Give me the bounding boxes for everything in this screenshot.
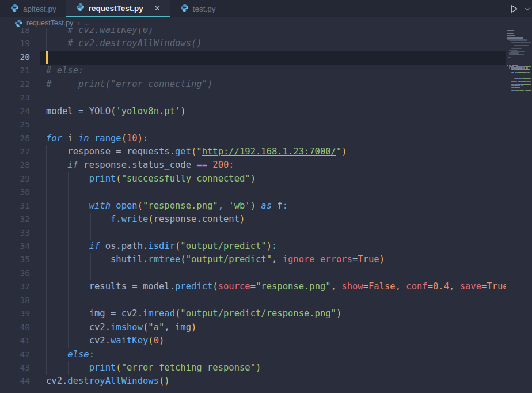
minimap-line [515, 69, 523, 70]
run-button[interactable] [509, 4, 519, 14]
code-text: print("error fetching response") [46, 361, 261, 375]
minimap-line [518, 59, 526, 60]
code-line[interactable]: 39 img = cv2.imread("output/predict/resp… [0, 307, 532, 320]
indent-guide [68, 294, 69, 307]
line-number: 23 [0, 91, 30, 104]
minimap-line [511, 44, 526, 45]
minimap-line [524, 66, 531, 67]
tab-requesttest[interactable]: requestTest.py ✕ [66, 0, 170, 17]
code-line[interactable]: 24model = YOLO('yolov8n.pt') [0, 105, 532, 118]
code-line[interactable]: 40 cv2.imshow("a", img) [0, 321, 532, 334]
minimap-line [511, 81, 515, 82]
minimap-line [511, 89, 512, 90]
code-line[interactable]: 34 if os.path.isdir("output/predict"): [0, 240, 532, 253]
indent-guide [90, 226, 91, 240]
minimap-line [508, 57, 511, 58]
minimap-line [530, 90, 531, 91]
minimap-line [522, 62, 522, 63]
code-line[interactable]: 25 [0, 118, 532, 131]
indent-guide [68, 226, 69, 240]
code-line[interactable]: 23 [0, 91, 532, 104]
code-line[interactable]: 35 shutil.rmtree("output/predict", ignor… [0, 253, 532, 266]
line-number: 29 [0, 172, 30, 186]
minimap-line [511, 84, 513, 85]
code-line[interactable]: 41 cv2.waitKey(0) [0, 334, 532, 347]
minimap-line [509, 66, 514, 67]
python-file-icon [14, 19, 22, 27]
code-line[interactable]: 36 [0, 267, 532, 280]
minimap-line [514, 78, 518, 79]
code-text: for i in range(10): [46, 132, 148, 145]
minimap-line [507, 35, 515, 36]
code-line[interactable]: 26for i in range(10): [0, 132, 532, 145]
indent-guide [68, 186, 69, 199]
code-text: # else: [46, 64, 83, 77]
minimap-line [511, 77, 512, 78]
code-line[interactable]: 43 print("error fetching response") [0, 361, 532, 375]
code-text: shutil.rmtree("output/predict", ignore_e… [46, 253, 385, 266]
code-text: cv2.destroyAllWindows() [46, 375, 170, 388]
code-editor[interactable]: 18 # cv2.waitKey(0)19 # cv2.destroyAllWi… [0, 24, 532, 393]
breadcrumb-file[interactable]: requestTest.py [26, 19, 73, 27]
tab-apitest[interactable]: apitest.py [0, 0, 66, 17]
tab-test[interactable]: test.py [170, 0, 225, 17]
line-number: 37 [0, 280, 30, 293]
code-text: cv2.imshow("a", img) [46, 321, 196, 334]
code-line[interactable]: 21# else: [0, 64, 532, 77]
code-line[interactable]: 32 f.write(response.content) [0, 213, 532, 226]
minimap-line [510, 62, 511, 63]
code-line[interactable]: 42 else: [0, 348, 532, 361]
code-line[interactable]: 30 [0, 186, 532, 199]
indent-guide [46, 267, 47, 280]
code-line[interactable]: 33 [0, 226, 532, 240]
code-line[interactable]: 29 print("successfully connected") [0, 172, 532, 186]
tab-label: test.py [193, 5, 216, 13]
minimap-line [509, 54, 510, 55]
code-line[interactable]: 28 if response.status_code == 200: [0, 158, 532, 172]
breadcrumb-more[interactable]: ... [84, 19, 90, 27]
line-number: 30 [0, 186, 30, 199]
minimap[interactable] [506, 24, 532, 393]
code-line[interactable]: 44cv2.destroyAllWindows() [0, 375, 532, 388]
code-line[interactable]: 37 results = model.predict(source="respo… [0, 280, 532, 293]
python-file-icon [180, 3, 189, 14]
minimap-line [519, 74, 529, 75]
close-tab-icon[interactable]: ✕ [154, 4, 161, 13]
code-text: response = requests.get("http://192.168.… [46, 145, 347, 158]
minimap-line [507, 39, 527, 40]
code-line[interactable]: 22# print("error connecting") [0, 78, 532, 91]
line-number: 33 [0, 226, 30, 240]
minimap-line [523, 67, 525, 69]
minimap-line [511, 62, 514, 63]
line-number: 19 [0, 37, 30, 50]
code-text: model = YOLO('yolov8n.pt') [46, 105, 186, 118]
minimap-line [526, 72, 527, 73]
minimap-line [510, 65, 511, 66]
code-line[interactable]: 27 response = requests.get("http://192.1… [0, 145, 532, 158]
code-line[interactable]: 19 # cv2.destroyAllWindows() [0, 37, 532, 50]
code-line[interactable]: 38 [0, 294, 532, 307]
code-line[interactable]: 20 [0, 51, 532, 64]
minimap-line [511, 69, 514, 70]
minimap-line [511, 42, 531, 43]
minimap-line [523, 69, 530, 70]
line-number: 38 [0, 294, 30, 307]
minimap-line [512, 65, 515, 66]
minimap-line [522, 77, 531, 78]
python-file-icon [76, 3, 85, 13]
indent-guide [90, 267, 91, 280]
line-number: 27 [0, 145, 30, 158]
breadcrumb-separator: › [77, 18, 79, 27]
breadcrumb[interactable]: requestTest.py › ... [0, 18, 532, 28]
minimap-line [518, 72, 526, 73]
tab-label: requestTest.py [89, 4, 143, 13]
indent-guide [68, 267, 69, 280]
code-line[interactable]: 31 with open("response.png", 'wb') as f: [0, 199, 532, 213]
minimap-line [514, 77, 518, 78]
code-text: if response.status_code == 200: [46, 158, 234, 172]
minimap-line [514, 45, 529, 46]
indent-guide [46, 226, 47, 240]
chevron-down-icon[interactable] [523, 5, 531, 13]
minimap-line [518, 65, 518, 66]
tab-bar: apitest.py requestTest.py ✕ test.py [0, 0, 532, 17]
